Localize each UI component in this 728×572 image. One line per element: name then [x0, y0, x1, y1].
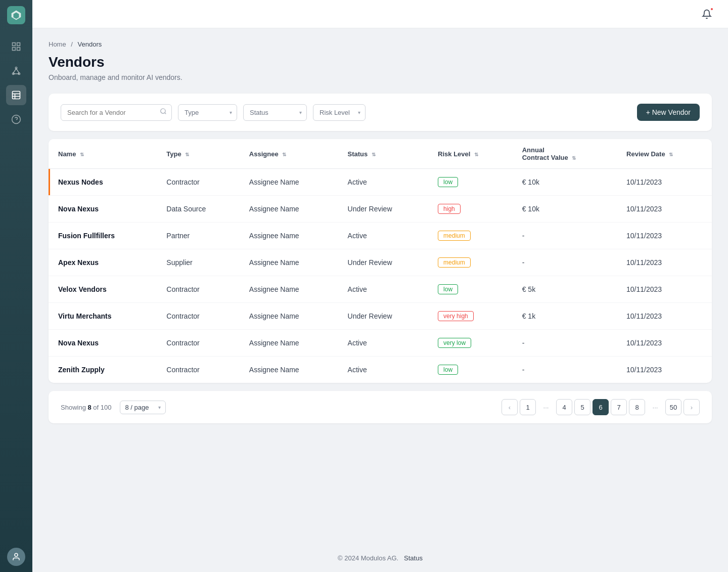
contract-sort-icon[interactable]: ⇅ [572, 155, 576, 161]
risk-badge: medium [438, 231, 471, 241]
cell-review-date: 10/11/2023 [618, 276, 712, 303]
breadcrumb-separator: / [71, 40, 73, 48]
sidebar-item-help[interactable] [6, 109, 26, 129]
type-filter[interactable]: Type Contractor Data Source Partner Supp… [178, 104, 237, 121]
cell-type: Contractor [158, 276, 241, 303]
cell-risk: low [430, 357, 514, 383]
table-row[interactable]: Velox Vendors Contractor Assignee Name A… [49, 276, 712, 303]
sidebar-item-dashboard[interactable] [6, 36, 26, 57]
page-4-button[interactable]: 4 [556, 399, 572, 415]
cell-type: Supplier [158, 249, 241, 276]
page-1-button[interactable]: 1 [520, 399, 536, 415]
table-row[interactable]: Zenith Zupply Contractor Assignee Name A… [49, 357, 712, 383]
status-filter[interactable]: Status Active Under Review [243, 104, 307, 121]
page-5-button[interactable]: 5 [574, 399, 590, 415]
svg-rect-2 [13, 43, 16, 46]
status-sort-icon[interactable]: ⇅ [372, 152, 376, 157]
table-row[interactable]: Apex Nexus Supplier Assignee Name Under … [49, 249, 712, 276]
cell-name: Fusion Fullfillers [50, 223, 158, 249]
col-name: Name ⇅ [50, 139, 158, 169]
cell-assignee: Assignee Name [241, 330, 340, 357]
vendors-table-container: Name ⇅ Type ⇅ Assignee ⇅ Status ⇅ Risk L… [49, 139, 712, 383]
table-row[interactable]: Nova Nexus Data Source Assignee Name Und… [49, 196, 712, 223]
cell-risk: low [430, 276, 514, 303]
per-page-select[interactable]: 8 / page 16 / page 32 / page [120, 401, 166, 414]
page-7-button[interactable]: 7 [611, 399, 627, 415]
cell-status: Under Review [340, 249, 430, 276]
page-8-button[interactable]: 8 [629, 399, 645, 415]
svg-point-18 [15, 553, 18, 556]
page-50-button[interactable]: 50 [665, 399, 681, 415]
new-vendor-button[interactable]: + New Vendor [637, 104, 700, 121]
app-logo[interactable] [7, 6, 25, 24]
cell-risk: medium [430, 223, 514, 249]
cell-name: Nexus Nodes [50, 169, 158, 196]
status-filter-wrapper: Status Active Under Review ▾ [243, 104, 307, 121]
prev-page-button[interactable]: ‹ [502, 399, 518, 415]
footer-status-link[interactable]: Status [404, 554, 423, 562]
assignee-sort-icon[interactable]: ⇅ [282, 152, 286, 157]
next-page-button[interactable]: › [684, 399, 700, 415]
cell-status: Active [340, 330, 430, 357]
table-row[interactable]: Fusion Fullfillers Partner Assignee Name… [49, 223, 712, 249]
svg-rect-12 [13, 92, 20, 99]
risk-badge: low [438, 365, 458, 375]
table-row[interactable]: Nexus Nodes Contractor Assignee Name Act… [49, 169, 712, 196]
svg-point-6 [15, 67, 17, 69]
table-row[interactable]: Virtu Merchants Contractor Assignee Name… [49, 303, 712, 330]
search-input[interactable] [61, 104, 172, 121]
cell-status: Under Review [340, 303, 430, 330]
cell-review-date: 10/11/2023 [618, 196, 712, 223]
breadcrumb-home[interactable]: Home [49, 40, 66, 48]
table-row[interactable]: Nova Nexus Contractor Assignee Name Acti… [49, 330, 712, 357]
table-header: Name ⇅ Type ⇅ Assignee ⇅ Status ⇅ Risk L… [49, 139, 712, 169]
dots-left: ··· [538, 399, 554, 415]
cell-status: Active [340, 357, 430, 383]
cell-type: Contractor [158, 357, 241, 383]
name-sort-icon[interactable]: ⇅ [80, 152, 84, 157]
main-content: Home / Vendors Vendors Onboard, manage a… [32, 0, 728, 572]
cell-contract: € 10k [514, 169, 618, 196]
risk-sort-icon[interactable]: ⇅ [474, 152, 478, 157]
cell-contract: - [514, 357, 618, 383]
user-avatar[interactable] [7, 548, 25, 566]
review-sort-icon[interactable]: ⇅ [669, 152, 673, 157]
type-filter-wrapper: Type Contractor Data Source Partner Supp… [178, 104, 237, 121]
risk-badge: very low [438, 338, 471, 348]
risk-badge: medium [438, 257, 471, 268]
sidebar-item-vendors[interactable] [6, 85, 26, 105]
svg-rect-5 [17, 48, 20, 51]
cell-status: Under Review [340, 196, 430, 223]
notification-badge [710, 7, 714, 11]
risk-badge: high [438, 204, 461, 214]
per-page-wrapper: 8 / page 16 / page 32 / page ▾ [120, 401, 166, 414]
cell-status: Active [340, 169, 430, 196]
dots-right: ··· [647, 399, 663, 415]
cell-type: Contractor [158, 330, 241, 357]
risk-badge: low [438, 284, 458, 294]
cell-contract: - [514, 223, 618, 249]
cell-risk: medium [430, 249, 514, 276]
showing-text: Showing 8 of 100 [61, 404, 112, 411]
cell-contract: € 1k [514, 303, 618, 330]
vendors-table: Name ⇅ Type ⇅ Assignee ⇅ Status ⇅ Risk L… [49, 139, 712, 383]
cell-risk: high [430, 196, 514, 223]
footer-copyright: © 2024 Modulos AG. [338, 554, 398, 562]
type-sort-icon[interactable]: ⇅ [185, 152, 189, 157]
cell-status: Active [340, 223, 430, 249]
svg-rect-3 [17, 43, 20, 46]
risk-filter-wrapper: Risk Level low medium high very high ver… [313, 104, 366, 121]
page-6-button[interactable]: 6 [593, 399, 609, 415]
notification-button[interactable] [698, 5, 716, 23]
cell-name: Zenith Zupply [50, 357, 158, 383]
search-wrapper [61, 104, 172, 121]
sidebar-item-network[interactable] [6, 61, 26, 81]
cell-assignee: Assignee Name [241, 196, 340, 223]
cell-assignee: Assignee Name [241, 169, 340, 196]
col-risk: Risk Level ⇅ [430, 139, 514, 169]
cell-review-date: 10/11/2023 [618, 330, 712, 357]
cell-name: Nova Nexus [50, 196, 158, 223]
breadcrumb-current: Vendors [78, 40, 102, 48]
page-subtitle: Onboard, manage and monitor AI vendors. [49, 73, 712, 81]
risk-level-filter[interactable]: Risk Level low medium high very high ver… [313, 104, 366, 121]
